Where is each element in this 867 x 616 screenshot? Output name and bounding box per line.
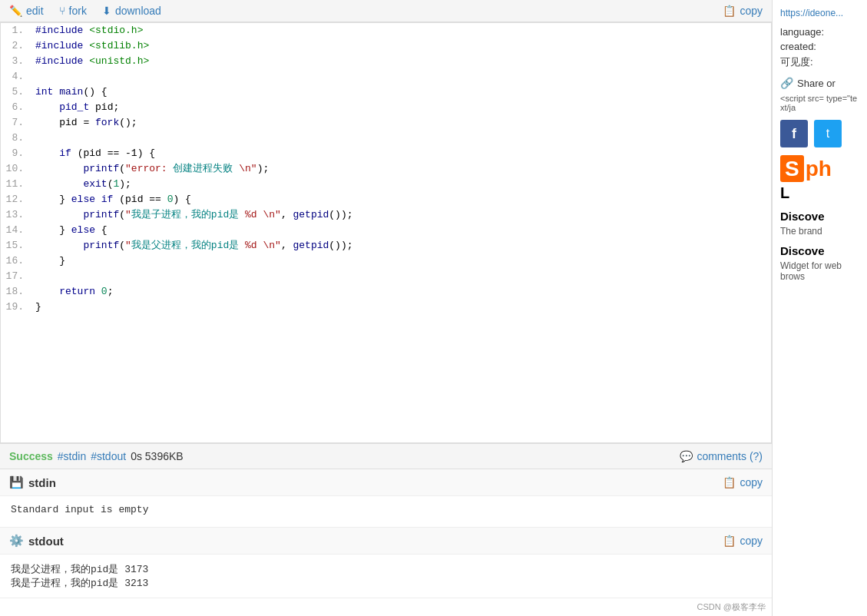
discover2-text: Widget for web brows	[780, 260, 859, 282]
code-line: pid_t pid;	[31, 100, 771, 115]
stdin-copy-button[interactable]: 📋 copy	[723, 476, 763, 488]
line-number: 16.	[1, 253, 31, 269]
stdin-section: 💾 stdin 📋 copy Standard input is empty	[0, 469, 772, 528]
table-row: 14. } else {	[1, 223, 771, 238]
code-line	[31, 69, 771, 84]
edit-icon: ✏️	[9, 5, 22, 17]
code-line: exit(1);	[31, 177, 771, 192]
code-line: if (pid == -1) {	[31, 146, 771, 161]
line-number: 10.	[1, 161, 31, 177]
line-number: 9.	[1, 146, 31, 161]
download-button[interactable]: ⬇ download	[102, 5, 161, 17]
code-line: }	[31, 253, 771, 269]
stdout-header: ⚙️ stdout 📋 copy	[0, 528, 772, 555]
discover1-text: The brand	[780, 226, 859, 237]
copy-icon: 📋	[723, 5, 736, 17]
chat-icon: 💬	[680, 450, 693, 462]
discover2-heading: Discove	[780, 244, 859, 257]
line-number: 8.	[1, 131, 31, 146]
sidebar-meta: language: created: 可见度:	[780, 26, 859, 69]
edit-label: edit	[26, 5, 44, 17]
facebook-button[interactable]: f	[780, 120, 808, 147]
line-number: 13.	[1, 207, 31, 223]
code-line: } else {	[31, 223, 771, 238]
line-number: 11.	[1, 177, 31, 192]
code-line: } else if (pid == 0) {	[31, 192, 771, 207]
fork-button[interactable]: ⑂ fork	[59, 5, 87, 17]
created-label: created:	[780, 41, 859, 52]
stdin-disk-icon: 💾	[9, 475, 24, 489]
copy-button[interactable]: 📋 copy	[723, 5, 763, 17]
stdout-gear-icon: ⚙️	[9, 534, 24, 548]
line-number: 5.	[1, 84, 31, 100]
download-icon: ⬇	[102, 5, 111, 17]
download-label: download	[115, 5, 161, 17]
table-row: 19. }	[1, 300, 771, 315]
edit-button[interactable]: ✏️ edit	[9, 5, 44, 17]
table-row: 18. return 0;	[1, 284, 771, 300]
code-line: #include <stdlib.h>	[31, 38, 771, 54]
fork-label: fork	[69, 5, 87, 17]
code-line	[31, 131, 771, 146]
line-number: 1.	[1, 23, 31, 38]
ad-logo: Sph	[780, 157, 859, 181]
table-row: 16. }	[1, 253, 771, 269]
stdout-section: ⚙️ stdout 📋 copy 我是父进程，我的pid是 3173 我是子进程…	[0, 528, 772, 598]
line-number: 15.	[1, 238, 31, 253]
language-label: language:	[780, 26, 859, 38]
code-line: #include <stdio.h>	[31, 23, 771, 38]
sidebar-discover2: Discove Widget for web brows	[780, 244, 859, 282]
code-line: }	[31, 300, 771, 315]
copy-label: copy	[740, 5, 763, 17]
success-text: Success	[9, 450, 53, 462]
code-line	[31, 269, 771, 284]
copy-icon: 📋	[723, 476, 736, 488]
table-row: 9. if (pid == -1) {	[1, 146, 771, 161]
footer-attribution: CSDN @极客李华	[0, 598, 772, 616]
table-row: 8.	[1, 131, 771, 146]
code-line: printf("我是父进程，我的pid是 %d \n", getpid());	[31, 238, 771, 253]
line-number: 4.	[1, 69, 31, 84]
line-number: 2.	[1, 38, 31, 54]
share-label: 🔗 Share or	[780, 77, 859, 89]
table-row: 17.	[1, 269, 771, 284]
code-line: #include <unistd.h>	[31, 54, 771, 69]
fork-icon: ⑂	[59, 5, 65, 17]
line-number: 14.	[1, 223, 31, 238]
line-number: 12.	[1, 192, 31, 207]
sidebar-url[interactable]: https://ideone...	[780, 8, 859, 18]
copy-icon: 📋	[723, 535, 736, 547]
table-row: 3. #include <unistd.h>	[1, 54, 771, 69]
table-row: 13. printf("我是子进程，我的pid是 %d \n", getpid(…	[1, 207, 771, 223]
code-line: printf("我是子进程，我的pid是 %d \n", getpid());	[31, 207, 771, 223]
table-row: 10. printf("error: 创建进程失败 \n");	[1, 161, 771, 177]
twitter-button[interactable]: t	[814, 120, 842, 147]
sidebar-ad: Sph L	[780, 157, 859, 202]
output-area: Success #stdin #stdout 0s 5396KB 💬 comme…	[0, 443, 772, 616]
social-buttons: f t	[780, 120, 859, 147]
script-embed: <script src= type="text/ja	[780, 94, 859, 112]
stdin-tag[interactable]: #stdin	[58, 450, 86, 462]
discover1-heading: Discove	[780, 210, 859, 223]
stdout-content: 我是父进程，我的pid是 3173 我是子进程，我的pid是 3213	[0, 555, 772, 598]
table-row: 15. printf("我是父进程，我的pid是 %d \n", getpid(…	[1, 238, 771, 253]
toolbar: ✏️ edit ⑂ fork ⬇ download 📋 copy	[0, 0, 772, 22]
stdin-title: 💾 stdin	[9, 475, 56, 489]
ad-tagline: L	[780, 184, 859, 202]
line-number: 19.	[1, 300, 31, 315]
table-row: 7. pid = fork();	[1, 115, 771, 131]
stdout-copy-button[interactable]: 📋 copy	[723, 535, 763, 547]
line-number: 17.	[1, 269, 31, 284]
line-number: 3.	[1, 54, 31, 69]
stdout-tag[interactable]: #stdout	[91, 450, 126, 462]
success-bar: Success #stdin #stdout 0s 5396KB 💬 comme…	[0, 444, 772, 469]
table-row: 5. int main() {	[1, 84, 771, 100]
stdin-content: Standard input is empty	[0, 496, 772, 527]
line-number: 6.	[1, 100, 31, 115]
table-row: 1. #include <stdio.h>	[1, 23, 771, 38]
time-mem: 0s 5396KB	[131, 450, 184, 462]
comments-link[interactable]: 💬 comments (?)	[680, 450, 763, 462]
sidebar-discover1: Discove The brand	[780, 210, 859, 237]
code-line: pid = fork();	[31, 115, 771, 131]
code-line: printf("error: 创建进程失败 \n");	[31, 161, 771, 177]
